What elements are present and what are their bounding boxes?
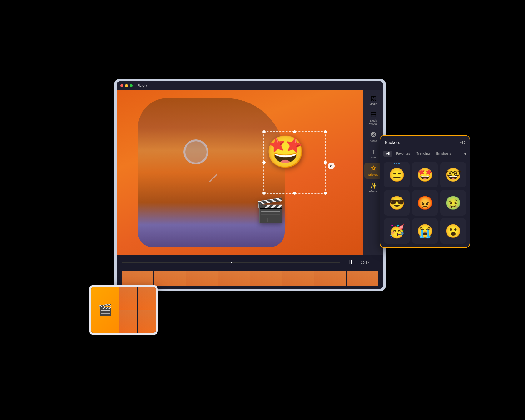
tab-trending[interactable]: Trending xyxy=(414,151,432,157)
timeline-ruler-bar[interactable] xyxy=(122,262,340,263)
mini-person-3 xyxy=(119,310,138,333)
thumb-person-8 xyxy=(347,271,378,286)
aspect-ratio-chevron: ▾ xyxy=(368,261,370,264)
thumb-person-5 xyxy=(250,271,282,286)
thumb-person-7 xyxy=(314,271,346,286)
close-dot[interactable] xyxy=(120,84,123,87)
sidebar-label-stickers: Stickers xyxy=(368,173,378,176)
thumb-person-3 xyxy=(186,271,218,286)
tabs-more-button[interactable]: ▾ xyxy=(464,151,467,157)
thumb-7 xyxy=(314,271,346,286)
stickers-panel: Stickers ≪ All Favorites Trending Emphas… xyxy=(380,135,470,248)
mobile-thumb-row-2 xyxy=(119,310,156,333)
aspect-ratio-label: 16:9 xyxy=(361,261,368,264)
sticker-emoji-1: 😑 xyxy=(389,167,405,182)
aspect-ratio-selector[interactable]: 16:9 ▾ xyxy=(361,261,370,264)
sidebar-item-stock-videos[interactable]: 🎞 Stock videos xyxy=(364,109,382,128)
sticker-item-1[interactable]: 😑 xyxy=(384,162,410,188)
fullscreen-button[interactable]: ⛶ xyxy=(373,260,378,265)
handle-br[interactable] xyxy=(324,192,327,195)
mini-person-1 xyxy=(119,287,138,310)
sticker-item-5[interactable]: 😡 xyxy=(412,190,438,216)
sticker-emoji-4: 😎 xyxy=(389,195,405,211)
player-area: ↺ 🤩 🎬 🖼 Media 🎞 xyxy=(117,90,383,255)
mobile-thumb-3 xyxy=(119,310,138,333)
dot-2 xyxy=(396,163,398,164)
sticker-item-6[interactable]: 🤢 xyxy=(440,190,466,216)
sidebar-label-stock: Stock videos xyxy=(366,119,381,125)
mobile-thumb-4 xyxy=(138,310,156,333)
mobile-thumb-row-1 xyxy=(119,287,156,310)
svg-marker-3 xyxy=(371,166,376,170)
handle-rm[interactable] xyxy=(324,161,327,164)
collapse-panel-button[interactable]: ≪ xyxy=(460,139,465,145)
thumb-person-1 xyxy=(122,271,153,286)
sticker-item-7[interactable]: 🥳 xyxy=(384,218,410,244)
handle-tl[interactable] xyxy=(262,130,266,133)
svg-point-1 xyxy=(372,133,374,135)
stickers-icon xyxy=(371,165,376,172)
sticker-item-9[interactable]: 😮 xyxy=(440,218,466,244)
sticker-item-8[interactable]: 😭 xyxy=(412,218,438,244)
sticker-selection-box[interactable]: ↺ xyxy=(263,131,326,194)
sticker-emoji-6: 🤢 xyxy=(445,195,461,211)
handle-tr[interactable] xyxy=(324,130,327,133)
thumb-person-2 xyxy=(154,271,186,286)
sticker-item-4[interactable]: 😎 xyxy=(384,190,410,216)
handle-tm[interactable] xyxy=(293,130,296,133)
thumb-6 xyxy=(282,271,314,286)
person-silhouette xyxy=(138,98,285,247)
handle-lm[interactable] xyxy=(262,161,266,164)
sticker-emoji-2: 🤩 xyxy=(417,167,433,182)
minimize-dot[interactable] xyxy=(125,84,128,87)
video-thumbnails xyxy=(122,271,378,286)
maximize-dot[interactable] xyxy=(130,84,133,87)
magnifying-glass xyxy=(183,139,208,164)
sidebar-item-media[interactable]: 🖼 Media xyxy=(364,93,382,108)
handle-bm[interactable] xyxy=(293,192,296,195)
effects-icon: ✨ xyxy=(370,182,377,189)
main-device-inner: Player xyxy=(117,81,383,289)
playhead xyxy=(231,262,232,263)
mobile-device-inner: 🎬 xyxy=(91,287,156,333)
sticker-emoji-7: 🥳 xyxy=(389,223,405,239)
tab-favorites[interactable]: Favorites xyxy=(393,151,412,157)
thumb-person-4 xyxy=(218,271,250,286)
handle-bl[interactable] xyxy=(262,192,266,195)
main-device: Player xyxy=(114,79,386,291)
media-icon: 🖼 xyxy=(371,95,376,102)
playback-controls: ⏸ xyxy=(345,258,356,267)
stickers-grid: 😑 🤩 🤓 😎 😡 🤢 🥳 😭 xyxy=(380,158,470,248)
mobile-device: 🎬 xyxy=(89,285,158,335)
scene-wrapper: Player xyxy=(98,69,427,351)
mini-person-4 xyxy=(138,310,156,333)
tab-all[interactable]: All xyxy=(383,151,392,157)
audio-icon xyxy=(371,132,376,139)
text-icon: T xyxy=(372,149,375,155)
thumb-2 xyxy=(154,271,186,286)
bottom-controls: ⏸ 16:9 ▾ ⛶ xyxy=(117,255,383,269)
sticker-item-2[interactable]: 🤩 xyxy=(412,162,438,188)
svg-point-0 xyxy=(371,132,376,137)
stock-videos-icon: 🎞 xyxy=(371,112,376,118)
player-title: Player xyxy=(137,83,148,88)
rotate-handle[interactable]: ↺ xyxy=(328,162,335,169)
mobile-thumb-1 xyxy=(119,287,138,310)
thumb-8 xyxy=(347,271,378,286)
video-canvas: ↺ 🤩 🎬 xyxy=(117,90,383,255)
play-pause-button[interactable]: ⏸ xyxy=(345,258,356,267)
sticker-emoji-3: 🤓 xyxy=(445,167,461,182)
mini-person-2 xyxy=(138,287,156,310)
sticker-emoji-8: 😭 xyxy=(417,223,433,239)
titlebar: Player xyxy=(117,81,383,90)
mobile-thumbnails xyxy=(119,287,156,333)
mobile-thumb-2 xyxy=(138,287,156,310)
sticker-dots-1 xyxy=(394,163,400,164)
sticker-item-3[interactable]: 🤓 xyxy=(440,162,466,188)
sidebar-label-media: Media xyxy=(369,102,377,106)
sidebar-label-effects: Effects xyxy=(369,190,378,193)
thumb-5 xyxy=(250,271,282,286)
thumb-1 xyxy=(122,271,153,286)
tab-emphasis[interactable]: Emphasis xyxy=(434,151,454,157)
window-controls xyxy=(120,84,133,87)
